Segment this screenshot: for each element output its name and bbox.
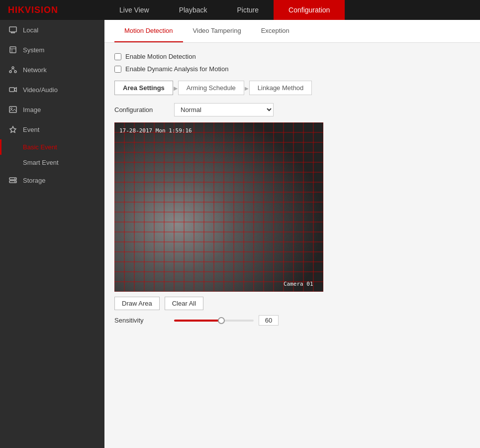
camera-label: Camera 01: [284, 281, 313, 287]
sidebar-label-video-audio: Video/Audio: [23, 86, 58, 94]
sidebar-label-storage: Storage: [23, 177, 46, 184]
sidebar-item-storage[interactable]: Storage: [0, 170, 104, 190]
content-area: Motion Detection Video Tampering Excepti…: [104, 20, 480, 448]
checkbox-row-enable-motion: Enable Motion Detection: [114, 53, 470, 60]
svg-point-18: [14, 178, 15, 179]
svg-point-15: [11, 108, 12, 110]
svg-marker-13: [14, 88, 16, 92]
sidebar-label-image: Image: [23, 106, 41, 113]
sidebar-sub-item-basic-event[interactable]: Basic Event: [0, 139, 104, 155]
tab-motion-detection[interactable]: Motion Detection: [114, 20, 183, 42]
sidebar-item-image[interactable]: Image: [0, 100, 104, 119]
nav-live-view[interactable]: Live View: [104, 0, 164, 20]
enable-dynamic-checkbox[interactable]: [114, 66, 121, 73]
nav-picture[interactable]: Picture: [222, 0, 274, 20]
sub-tab-linkage-method[interactable]: Linkage Method: [249, 81, 312, 95]
sidebar-label-event: Event: [23, 126, 39, 133]
config-row: Configuration Normal Expert: [114, 103, 470, 116]
top-nav: HIKVISION Live View Playback Picture Con…: [0, 0, 480, 20]
sidebar-label-local: Local: [23, 26, 38, 34]
enable-motion-checkbox[interactable]: [114, 53, 121, 60]
svg-rect-20: [114, 122, 323, 292]
sidebar-item-video-audio[interactable]: Video/Audio: [0, 80, 104, 100]
sidebar-item-event[interactable]: Event: [0, 119, 104, 139]
config-label: Configuration: [114, 106, 174, 113]
sidebar-item-network[interactable]: Network: [0, 60, 104, 80]
nav-items: Live View Playback Picture Configuration: [104, 0, 480, 20]
svg-rect-4: [10, 47, 16, 53]
monitor-icon: [8, 25, 18, 35]
svg-rect-14: [9, 107, 16, 112]
motion-grid-container: 17-28-2017 Mon 1:59:16 Camera 01: [114, 122, 323, 292]
motion-grid-svg: 17-28-2017 Mon 1:59:16 Camera 01: [114, 122, 323, 292]
svg-point-8: [9, 71, 11, 73]
sensitivity-slider[interactable]: [174, 320, 254, 322]
svg-line-11: [13, 69, 15, 71]
svg-rect-12: [9, 88, 14, 92]
storage-icon: [8, 175, 18, 185]
svg-rect-0: [9, 27, 16, 32]
tab-exception[interactable]: Exception: [251, 20, 299, 42]
sidebar-label-system: System: [23, 46, 44, 54]
sensitivity-label: Sensitivity: [114, 317, 174, 324]
clear-all-button[interactable]: Clear All: [165, 297, 203, 310]
sensitivity-value: 60: [259, 315, 279, 326]
network-icon: [8, 65, 18, 75]
tab-video-tampering[interactable]: Video Tampering: [183, 20, 251, 42]
logo-area: HIKVISION: [0, 5, 104, 15]
video-icon: [8, 85, 18, 95]
svg-point-7: [12, 67, 14, 69]
system-icon: [8, 45, 18, 55]
svg-point-9: [14, 71, 16, 73]
svg-point-19: [14, 181, 15, 182]
sensitivity-slider-container: 60: [174, 315, 279, 326]
enable-dynamic-label: Enable Dynamic Analysis for Motion: [125, 65, 228, 73]
buttons-row: Draw Area Clear All: [114, 297, 470, 310]
tabs-bar: Motion Detection Video Tampering Excepti…: [104, 20, 480, 43]
nav-playback[interactable]: Playback: [164, 0, 222, 20]
grid-timestamp: 17-28-2017 Mon 1:59:16: [119, 127, 192, 134]
enable-motion-label: Enable Motion Detection: [125, 53, 196, 60]
sidebar-item-local[interactable]: Local: [0, 20, 104, 40]
sensitivity-row: Sensitivity 60: [114, 315, 470, 326]
sidebar-label-network: Network: [23, 66, 47, 74]
draw-area-button[interactable]: Draw Area: [114, 297, 160, 310]
svg-line-10: [10, 69, 13, 71]
sub-tab-area-settings[interactable]: Area Settings: [114, 81, 173, 95]
sub-tab-arming-schedule[interactable]: Arming Schedule: [178, 81, 244, 95]
sidebar: Local System N: [0, 20, 104, 448]
nav-configuration[interactable]: Configuration: [274, 0, 345, 20]
event-icon: [8, 124, 18, 134]
main-layout: Local System N: [0, 20, 480, 448]
brand-logo: HIKVISION: [8, 5, 58, 15]
checkbox-row-enable-dynamic: Enable Dynamic Analysis for Motion: [114, 65, 470, 73]
sidebar-sub-item-smart-event[interactable]: Smart Event: [0, 155, 104, 170]
configuration-select[interactable]: Normal Expert: [174, 103, 274, 116]
sidebar-item-system[interactable]: System: [0, 40, 104, 60]
sub-tabs: Area Settings Arming Schedule Linkage Me…: [114, 81, 470, 95]
image-icon: [8, 105, 18, 114]
inner-content: Enable Motion Detection Enable Dynamic A…: [104, 43, 480, 336]
